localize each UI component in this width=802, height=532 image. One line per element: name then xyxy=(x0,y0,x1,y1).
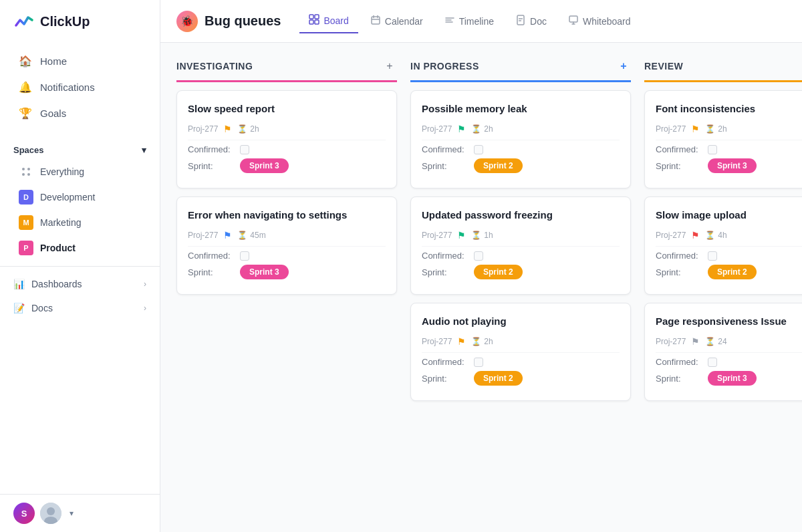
sidebar-item-docs[interactable]: 📝 Docs › xyxy=(0,296,160,320)
tab-timeline[interactable]: Timeline xyxy=(435,9,503,33)
svg-rect-21 xyxy=(569,16,577,22)
hourglass-icon-2: ⏳ xyxy=(237,231,247,240)
card-meta-3: Proj-277 ⚑ ⏳ 2h xyxy=(422,124,620,134)
whiteboard-tab-icon xyxy=(568,15,579,27)
confirmed-checkbox-7[interactable] xyxy=(708,251,717,261)
confirmed-checkbox-3[interactable] xyxy=(474,145,483,154)
tab-calendar[interactable]: Calendar xyxy=(361,9,432,33)
card-memory-leak: Possible memory leak Proj-277 ⚑ ⏳ 2h Con… xyxy=(410,90,631,188)
sprint-field-5: Sprint: Sprint 2 xyxy=(422,371,620,386)
confirmed-checkbox-1[interactable] xyxy=(240,145,249,154)
marketing-avatar: M xyxy=(19,215,33,230)
card-meta-1: Proj-277 ⚑ ⏳ 2h xyxy=(188,124,386,134)
flag-icon-1: ⚑ xyxy=(223,124,232,134)
proj-id-1: Proj-277 xyxy=(188,124,218,134)
sprint-field-3: Sprint: Sprint 2 xyxy=(422,158,620,173)
confirmed-label-2: Confirmed: xyxy=(188,251,235,261)
bug-queues-icon: 🐞 xyxy=(176,11,198,32)
sidebar-item-goals[interactable]: 🏆 Goals xyxy=(5,100,154,126)
column-header-review: REVIEW + xyxy=(644,59,802,82)
column-header-in-progress: IN PROGRESS + xyxy=(410,59,631,82)
home-icon: 🏠 xyxy=(19,55,32,68)
confirmed-field-5: Confirmed: xyxy=(422,357,620,367)
sidebar-item-marketing[interactable]: M Marketing xyxy=(5,210,154,235)
sprint-badge-5[interactable]: Sprint 2 xyxy=(474,371,523,386)
column-header-investigating: INVESTIGATING + xyxy=(176,59,397,82)
spaces-chevron[interactable]: ▾ xyxy=(142,145,146,155)
tab-board[interactable]: Board xyxy=(299,9,358,33)
tab-doc[interactable]: Doc xyxy=(506,9,556,33)
card-font-inconsistencies: Font inconsistencies Proj-277 ⚑ ⏳ 2h Con… xyxy=(644,90,802,188)
sidebar-item-notifications[interactable]: 🔔 Notifications xyxy=(5,74,154,100)
board-tab-icon xyxy=(309,14,319,27)
confirmed-label-6: Confirmed: xyxy=(656,144,702,154)
svg-rect-10 xyxy=(315,20,319,24)
flag-icon-4: ⚑ xyxy=(457,230,466,241)
proj-id-6: Proj-277 xyxy=(656,124,686,134)
docs-label: Docs xyxy=(31,303,53,313)
svg-rect-8 xyxy=(315,15,319,19)
tab-doc-label: Doc xyxy=(530,16,547,27)
column-title-investigating: INVESTIGATING xyxy=(176,61,253,72)
logo-area: ClickUp xyxy=(0,0,160,43)
card-password-freezing: Updated password freezing Proj-277 ⚑ ⏳ 1… xyxy=(410,196,631,295)
flag-icon-3: ⚑ xyxy=(457,124,466,134)
hourglass-icon-1: ⏳ xyxy=(237,124,247,134)
time-info-8: ⏳ 24 xyxy=(705,337,726,346)
time-info-5: ⏳ 2h xyxy=(471,337,493,346)
add-card-investigating[interactable]: + xyxy=(382,59,397,74)
everything-icon xyxy=(19,164,33,179)
confirmed-label-3: Confirmed: xyxy=(422,144,469,154)
svg-point-0 xyxy=(22,168,25,170)
footer-chevron[interactable]: ▾ xyxy=(70,509,74,518)
sprint-badge-3[interactable]: Sprint 2 xyxy=(474,158,523,173)
flag-icon-8: ⚑ xyxy=(691,336,700,347)
sidebar-item-product[interactable]: P Product xyxy=(5,235,154,261)
card-title-1: Slow speed report xyxy=(188,102,386,116)
main-content: 🐞 Bug queues Board Calendar Timeline xyxy=(160,0,802,532)
user-avatar-s[interactable]: S xyxy=(13,503,35,524)
sidebar-item-development[interactable]: D Development xyxy=(5,184,154,210)
development-avatar: D xyxy=(19,190,33,205)
sidebar-footer: S ▾ xyxy=(0,494,160,532)
sprint-badge-6[interactable]: Sprint 3 xyxy=(708,158,757,173)
confirmed-label-4: Confirmed: xyxy=(422,251,469,261)
spaces-section-header: Spaces ▾ xyxy=(0,137,160,159)
confirmed-checkbox-6[interactable] xyxy=(708,145,717,154)
sprint-field-8: Sprint: Sprint 3 xyxy=(656,371,802,386)
sprint-badge-1[interactable]: Sprint 3 xyxy=(240,158,289,173)
calendar-tab-icon xyxy=(370,15,381,27)
confirmed-field-2: Confirmed: xyxy=(188,251,386,261)
time-info-6: ⏳ 2h xyxy=(705,124,726,134)
sidebar-item-dashboards[interactable]: 📊 Dashboards › xyxy=(0,272,160,296)
sprint-badge-2[interactable]: Sprint 3 xyxy=(240,265,289,279)
confirmed-checkbox-8[interactable] xyxy=(708,358,717,367)
sprint-badge-4[interactable]: Sprint 2 xyxy=(474,265,523,279)
card-title-8: Page responsiveness Issue xyxy=(656,314,802,328)
product-avatar: P xyxy=(19,241,33,255)
svg-rect-18 xyxy=(517,15,524,25)
card-title-7: Slow image upload xyxy=(656,208,802,222)
dashboards-label: Dashboards xyxy=(31,279,82,289)
sprint-label-2: Sprint: xyxy=(188,267,235,277)
sprint-badge-8[interactable]: Sprint 3 xyxy=(708,371,757,386)
tab-whiteboard[interactable]: Whiteboard xyxy=(559,9,640,33)
page-title: Bug queues xyxy=(205,13,281,29)
sprint-badge-7[interactable]: Sprint 2 xyxy=(708,265,757,279)
confirmed-checkbox-4[interactable] xyxy=(474,251,483,261)
confirmed-checkbox-2[interactable] xyxy=(240,251,249,261)
svg-rect-9 xyxy=(309,20,313,24)
tab-board-label: Board xyxy=(323,15,348,26)
sidebar-item-everything[interactable]: Everything xyxy=(5,159,154,184)
confirmed-checkbox-5[interactable] xyxy=(474,358,483,367)
svg-point-3 xyxy=(27,173,30,176)
hourglass-icon-3: ⏳ xyxy=(471,124,481,134)
flag-icon-5: ⚑ xyxy=(457,336,466,347)
user-avatar-photo[interactable] xyxy=(40,503,61,524)
marketing-label: Marketing xyxy=(40,217,81,228)
flag-icon-2: ⚑ xyxy=(223,230,232,241)
confirmed-label-1: Confirmed: xyxy=(188,144,235,154)
add-card-in-progress[interactable]: + xyxy=(616,59,631,74)
sprint-label-7: Sprint: xyxy=(656,267,702,277)
sidebar-item-home[interactable]: 🏠 Home xyxy=(5,48,154,74)
